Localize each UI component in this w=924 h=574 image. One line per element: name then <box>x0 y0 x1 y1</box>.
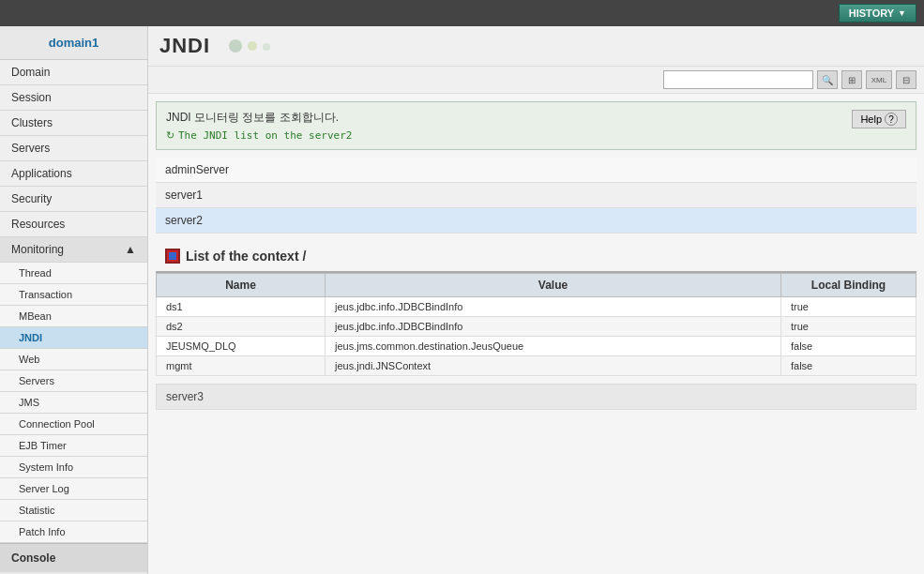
sidebar-domain[interactable]: domain1 <box>0 26 147 60</box>
sidebar-item-web[interactable]: Web <box>0 349 147 370</box>
dot2 <box>248 41 257 51</box>
table-cell-value: jeus.jdbc.info.JDBCBindInfo <box>326 297 781 317</box>
server-row-server2[interactable]: server2 <box>156 208 916 234</box>
refresh-icon: ↻ <box>166 129 174 142</box>
info-box: JNDI 모니터링 정보를 조회합니다. ↻ The JNDI list on … <box>156 101 916 150</box>
sidebar-item-security[interactable]: Security <box>0 187 147 212</box>
col-header-name: Name <box>157 274 326 297</box>
col-header-value: Value <box>326 274 781 297</box>
table-cell-value: jeus.jdbc.info.JDBCBindInfo <box>326 317 781 337</box>
xml-button[interactable]: XML <box>866 70 892 89</box>
search-bar: 🔍 ⊞ XML ⊟ <box>148 67 924 94</box>
page-title: JNDI <box>159 34 210 58</box>
table-cell-binding: false <box>781 356 916 376</box>
sidebar-item-mbean[interactable]: MBean <box>0 306 147 327</box>
history-button[interactable]: HISTORY ▼ <box>839 4 916 23</box>
table-cell-binding: true <box>781 297 916 317</box>
content-header: JNDI <box>148 26 924 67</box>
table-row: ds1 jeus.jdbc.info.JDBCBindInfo true <box>157 297 916 317</box>
dot1 <box>229 39 242 53</box>
history-arrow: ▼ <box>898 8 906 18</box>
table-row: mgmt jeus.jndi.JNSContext false <box>157 356 916 376</box>
main-layout: domain1 Domain Session Clusters Servers … <box>0 26 924 574</box>
content-area: JNDI 🔍 ⊞ XML ⊟ JNDI 모니터링 정보를 조회합니다. ↻ Th… <box>148 26 924 574</box>
info-main-text: JNDI 모니터링 정보를 조회합니다. <box>166 110 352 126</box>
sidebar-item-session[interactable]: Session <box>0 85 147 111</box>
search-input[interactable] <box>663 70 813 89</box>
sidebar-item-domain[interactable]: Domain <box>0 60 147 85</box>
sidebar-item-servers-mon[interactable]: Servers <box>0 370 147 392</box>
sidebar-item-server-log[interactable]: Server Log <box>0 478 147 500</box>
sidebar-item-connection-pool[interactable]: Connection Pool <box>0 414 147 435</box>
server-row-server1[interactable]: server1 <box>156 183 916 208</box>
context-header: List of the context / <box>156 241 916 273</box>
col-header-binding: Local Binding <box>781 274 916 297</box>
context-title: List of the context / <box>186 249 306 264</box>
dot3 <box>263 43 270 51</box>
sidebar-item-clusters[interactable]: Clusters <box>0 111 147 136</box>
table-cell-name: ds2 <box>157 317 326 337</box>
logo-decoration <box>229 39 270 53</box>
info-box-content: JNDI 모니터링 정보를 조회합니다. ↻ The JNDI list on … <box>166 110 352 142</box>
sidebar-console[interactable]: Console <box>0 543 147 572</box>
export-button[interactable]: ⊟ <box>896 70 916 89</box>
server-row-server3[interactable]: server3 <box>156 384 916 410</box>
info-sub-text: ↻ The JNDI list on the server2 <box>166 129 352 142</box>
sidebar-item-thread[interactable]: Thread <box>0 263 147 284</box>
sidebar-item-applications[interactable]: Applications <box>0 161 147 187</box>
table-cell-binding: false <box>781 337 916 356</box>
table-cell-binding: true <box>781 317 916 337</box>
sidebar-item-servers[interactable]: Servers <box>0 136 147 161</box>
table-cell-value: jeus.jms.common.destination.JeusQueue <box>326 337 781 356</box>
help-icon: ? <box>885 113 898 126</box>
table-cell-name: ds1 <box>157 297 326 317</box>
jndi-table: Name Value Local Binding ds1 jeus.jdbc.i… <box>156 273 916 376</box>
sidebar-item-jndi[interactable]: JNDI <box>0 327 147 349</box>
context-icon-inner <box>169 252 176 260</box>
server-list: adminServer server1 server2 <box>156 158 916 234</box>
table-cell-name: JEUSMQ_DLQ <box>157 337 326 356</box>
sidebar-item-resources[interactable]: Resources <box>0 212 147 237</box>
sidebar-item-patch-info[interactable]: Patch Info <box>0 521 147 543</box>
table-cell-value: jeus.jndi.JNSContext <box>326 356 781 376</box>
top-bar: HISTORY ▼ <box>0 0 924 26</box>
sidebar-item-transaction[interactable]: Transaction <box>0 284 147 306</box>
sidebar-item-system-info[interactable]: System Info <box>0 457 147 478</box>
search-button[interactable]: 🔍 <box>817 70 838 89</box>
sidebar: domain1 Domain Session Clusters Servers … <box>0 26 148 574</box>
sidebar-item-statistic[interactable]: Statistic <box>0 500 147 521</box>
help-button[interactable]: Help ? <box>852 110 906 128</box>
server-row-adminserver[interactable]: adminServer <box>156 158 916 183</box>
table-cell-name: mgmt <box>157 356 326 376</box>
sidebar-monitoring-header[interactable]: Monitoring ▲ <box>0 237 147 263</box>
monitoring-toggle-icon: ▲ <box>125 243 136 256</box>
info-sub-message: The JNDI list on the server2 <box>178 129 352 142</box>
table-row: ds2 jeus.jdbc.info.JDBCBindInfo true <box>157 317 916 337</box>
sidebar-item-ejb-timer[interactable]: EJB Timer <box>0 435 147 457</box>
context-icon <box>165 249 180 264</box>
sidebar-item-jms[interactable]: JMS <box>0 392 147 414</box>
history-label: HISTORY <box>849 8 894 19</box>
refresh-button[interactable]: ⊞ <box>841 70 862 89</box>
table-row: JEUSMQ_DLQ jeus.jms.common.destination.J… <box>157 337 916 356</box>
